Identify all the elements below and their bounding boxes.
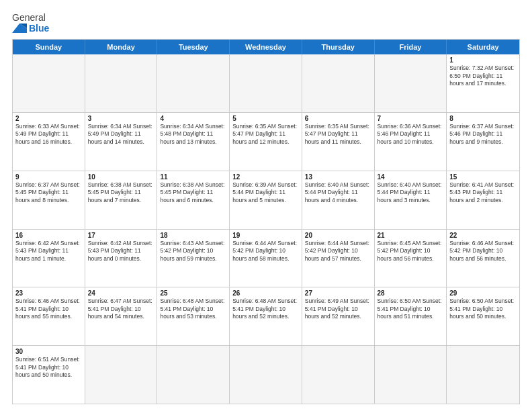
calendar-cell-5-2	[157, 346, 230, 404]
day-number: 30	[15, 348, 82, 355]
day-info: Sunrise: 6:36 AM Sunset: 5:46 PM Dayligh…	[378, 123, 444, 146]
day-number: 23	[15, 289, 82, 297]
calendar-cell-4-5: 28Sunrise: 6:50 AM Sunset: 5:41 PM Dayli…	[375, 287, 447, 345]
day-info: Sunrise: 6:49 AM Sunset: 5:41 PM Dayligh…	[305, 298, 371, 320]
day-number: 16	[15, 232, 82, 239]
day-info: Sunrise: 6:46 AM Sunset: 5:42 PM Dayligh…	[449, 240, 517, 263]
day-info: Sunrise: 6:34 AM Sunset: 5:48 PM Dayligh…	[160, 123, 226, 146]
day-info: Sunrise: 6:33 AM Sunset: 5:49 PM Dayligh…	[15, 123, 82, 146]
day-number: 24	[88, 289, 154, 297]
day-info: Sunrise: 6:44 AM Sunset: 5:42 PM Dayligh…	[232, 240, 299, 263]
day-number: 29	[449, 289, 517, 297]
day-number: 13	[305, 173, 371, 181]
logo-blue-text: Blue	[29, 23, 49, 34]
calendar-cell-5-5	[375, 346, 447, 404]
day-number: 17	[88, 232, 154, 239]
header-tuesday: Tuesday	[157, 40, 230, 54]
day-info: Sunrise: 6:50 AM Sunset: 5:41 PM Dayligh…	[449, 298, 517, 320]
day-info: Sunrise: 6:43 AM Sunset: 5:42 PM Dayligh…	[160, 240, 226, 263]
calendar-cell-0-5	[375, 54, 447, 112]
calendar-cell-1-5: 7Sunrise: 6:36 AM Sunset: 5:46 PM Daylig…	[375, 113, 447, 171]
day-info: Sunrise: 6:35 AM Sunset: 5:47 PM Dayligh…	[232, 123, 299, 146]
header-wednesday: Wednesday	[230, 40, 302, 54]
day-number: 1	[449, 56, 517, 64]
day-number: 28	[378, 289, 444, 297]
day-info: Sunrise: 6:44 AM Sunset: 5:42 PM Dayligh…	[305, 240, 371, 263]
day-number: 20	[305, 232, 371, 239]
header-monday: Monday	[85, 40, 158, 54]
day-number: 7	[378, 115, 444, 122]
day-info: Sunrise: 6:45 AM Sunset: 5:42 PM Dayligh…	[378, 240, 444, 263]
calendar-cell-3-1: 17Sunrise: 6:42 AM Sunset: 5:43 PM Dayli…	[85, 230, 158, 287]
calendar-row-3: 16Sunrise: 6:42 AM Sunset: 5:43 PM Dayli…	[13, 229, 519, 287]
calendar-cell-4-3: 26Sunrise: 6:48 AM Sunset: 5:41 PM Dayli…	[230, 287, 302, 345]
day-number: 15	[449, 173, 517, 181]
header-thursday: Thursday	[302, 40, 375, 54]
calendar-header: SundayMondayTuesdayWednesdayThursdayFrid…	[13, 40, 519, 54]
day-info: Sunrise: 6:46 AM Sunset: 5:41 PM Dayligh…	[15, 298, 82, 320]
day-info: Sunrise: 6:48 AM Sunset: 5:41 PM Dayligh…	[232, 298, 299, 320]
calendar-cell-0-0	[13, 54, 85, 112]
calendar-cell-4-1: 24Sunrise: 6:47 AM Sunset: 5:41 PM Dayli…	[85, 287, 158, 345]
day-number: 19	[232, 232, 299, 239]
day-info: Sunrise: 6:38 AM Sunset: 5:45 PM Dayligh…	[160, 181, 226, 204]
day-number: 10	[88, 173, 154, 181]
header-friday: Friday	[375, 40, 447, 54]
calendar-row-0: 1Sunrise: 7:32 AM Sunset: 6:50 PM Daylig…	[13, 54, 519, 112]
day-number: 4	[160, 115, 226, 122]
day-info: Sunrise: 6:40 AM Sunset: 5:44 PM Dayligh…	[378, 181, 444, 204]
logo: General Blue	[12, 12, 49, 34]
logo-general-text: General	[12, 12, 49, 23]
calendar-cell-1-2: 4Sunrise: 6:34 AM Sunset: 5:48 PM Daylig…	[157, 113, 230, 171]
calendar-cell-2-4: 13Sunrise: 6:40 AM Sunset: 5:44 PM Dayli…	[302, 171, 375, 229]
day-info: Sunrise: 6:47 AM Sunset: 5:41 PM Dayligh…	[88, 298, 154, 320]
page-header: General Blue	[12, 12, 520, 34]
day-number: 2	[15, 115, 82, 122]
day-info: Sunrise: 6:37 AM Sunset: 5:45 PM Dayligh…	[15, 181, 82, 204]
calendar-cell-1-6: 8Sunrise: 6:37 AM Sunset: 5:46 PM Daylig…	[447, 113, 519, 171]
calendar-cell-2-3: 12Sunrise: 6:39 AM Sunset: 5:44 PM Dayli…	[230, 171, 302, 229]
day-number: 25	[160, 289, 226, 297]
calendar-cell-3-6: 22Sunrise: 6:46 AM Sunset: 5:42 PM Dayli…	[447, 230, 519, 287]
calendar-cell-1-0: 2Sunrise: 6:33 AM Sunset: 5:49 PM Daylig…	[13, 113, 85, 171]
calendar-row-4: 23Sunrise: 6:46 AM Sunset: 5:41 PM Dayli…	[13, 287, 519, 345]
day-number: 26	[232, 289, 299, 297]
calendar-cell-0-4	[302, 54, 375, 112]
day-number: 22	[449, 232, 517, 239]
calendar-cell-2-2: 11Sunrise: 6:38 AM Sunset: 5:45 PM Dayli…	[157, 171, 230, 229]
day-info: Sunrise: 6:42 AM Sunset: 5:43 PM Dayligh…	[15, 240, 82, 263]
day-number: 8	[449, 115, 517, 122]
day-info: Sunrise: 7:32 AM Sunset: 6:50 PM Dayligh…	[449, 64, 517, 87]
day-info: Sunrise: 6:35 AM Sunset: 5:47 PM Dayligh…	[305, 123, 371, 146]
day-info: Sunrise: 6:48 AM Sunset: 5:41 PM Dayligh…	[160, 298, 226, 320]
calendar-cell-0-3	[230, 54, 302, 112]
day-number: 21	[378, 232, 444, 239]
calendar-cell-1-1: 3Sunrise: 6:34 AM Sunset: 5:49 PM Daylig…	[85, 113, 158, 171]
day-number: 5	[232, 115, 299, 122]
day-info: Sunrise: 6:51 AM Sunset: 5:41 PM Dayligh…	[15, 356, 82, 379]
calendar-cell-1-4: 6Sunrise: 6:35 AM Sunset: 5:47 PM Daylig…	[302, 113, 375, 171]
calendar-cell-5-1	[85, 346, 158, 404]
day-info: Sunrise: 6:34 AM Sunset: 5:49 PM Dayligh…	[88, 123, 154, 146]
day-number: 6	[305, 115, 371, 122]
calendar-cell-1-3: 5Sunrise: 6:35 AM Sunset: 5:47 PM Daylig…	[230, 113, 302, 171]
calendar-cell-2-1: 10Sunrise: 6:38 AM Sunset: 5:45 PM Dayli…	[85, 171, 158, 229]
calendar-cell-4-0: 23Sunrise: 6:46 AM Sunset: 5:41 PM Dayli…	[13, 287, 85, 345]
day-number: 11	[160, 173, 226, 181]
calendar: SundayMondayTuesdayWednesdayThursdayFrid…	[12, 39, 520, 404]
day-number: 3	[88, 115, 154, 122]
calendar-cell-4-2: 25Sunrise: 6:48 AM Sunset: 5:41 PM Dayli…	[157, 287, 230, 345]
calendar-cell-4-6: 29Sunrise: 6:50 AM Sunset: 5:41 PM Dayli…	[447, 287, 519, 345]
calendar-cell-3-5: 21Sunrise: 6:45 AM Sunset: 5:42 PM Dayli…	[375, 230, 447, 287]
day-number: 18	[160, 232, 226, 239]
calendar-cell-2-0: 9Sunrise: 6:37 AM Sunset: 5:45 PM Daylig…	[13, 171, 85, 229]
calendar-cell-5-3	[230, 346, 302, 404]
calendar-row-1: 2Sunrise: 6:33 AM Sunset: 5:49 PM Daylig…	[13, 112, 519, 171]
day-info: Sunrise: 6:38 AM Sunset: 5:45 PM Dayligh…	[88, 181, 154, 204]
header-sunday: Sunday	[13, 40, 85, 54]
day-number: 27	[305, 289, 371, 297]
calendar-cell-3-4: 20Sunrise: 6:44 AM Sunset: 5:42 PM Dayli…	[302, 230, 375, 287]
calendar-cell-0-2	[157, 54, 230, 112]
calendar-cell-5-4	[302, 346, 375, 404]
day-info: Sunrise: 6:42 AM Sunset: 5:43 PM Dayligh…	[88, 240, 154, 263]
